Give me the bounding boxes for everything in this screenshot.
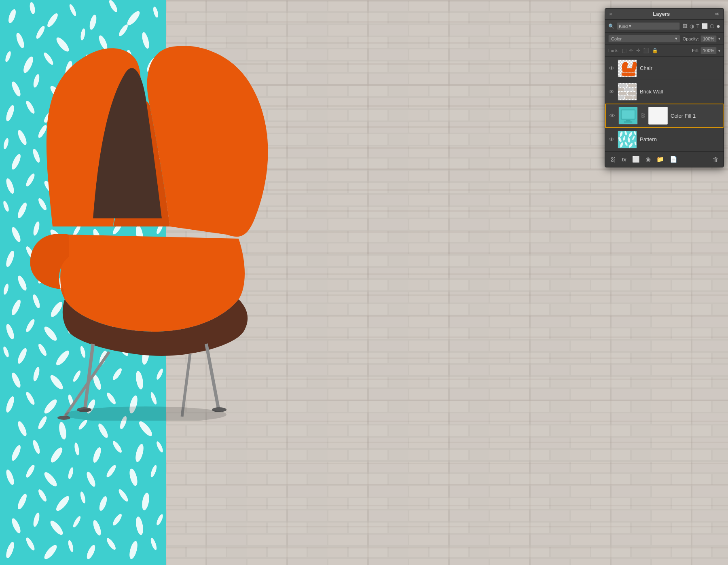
svg-point-168 bbox=[72, 515, 82, 529]
type-filter-icon[interactable]: T bbox=[696, 23, 699, 29]
chair-image bbox=[12, 24, 328, 421]
opacity-label: Opacity: bbox=[683, 36, 699, 41]
delete-layer-button[interactable]: 🗑 bbox=[712, 155, 720, 164]
svg-point-70 bbox=[2, 200, 10, 212]
svg-point-164 bbox=[141, 492, 150, 511]
link-layers-button[interactable]: ⛓ bbox=[609, 155, 617, 164]
smartobj-filter-icon[interactable]: ⬡ bbox=[710, 23, 714, 29]
svg-point-5 bbox=[108, 0, 119, 13]
fill-group: Fill: 100% ▾ bbox=[692, 47, 720, 54]
lock-brush-icon[interactable]: ✏ bbox=[629, 48, 633, 53]
svg-point-166 bbox=[32, 512, 41, 527]
svg-point-177 bbox=[85, 544, 97, 560]
svg-point-174 bbox=[25, 536, 36, 551]
svg-point-0 bbox=[7, 8, 17, 24]
svg-rect-211 bbox=[625, 88, 633, 91]
visibility-chair[interactable]: 👁 bbox=[608, 65, 615, 72]
kind-filter[interactable]: Kind ▾ bbox=[617, 22, 680, 30]
svg-point-180 bbox=[150, 537, 158, 550]
svg-point-145 bbox=[74, 442, 80, 455]
svg-point-157 bbox=[150, 464, 158, 478]
search-icon: 🔍 bbox=[608, 23, 614, 29]
layers-panel: × Layers ≪ 🔍 Kind ▾ 🖼 ◑ T ⬜ ⬡ ● Color bbox=[605, 8, 724, 167]
svg-point-159 bbox=[37, 488, 48, 502]
adjustment-button[interactable]: ◉ bbox=[645, 155, 652, 164]
visibility-colorfill[interactable]: 👁 bbox=[609, 112, 616, 119]
svg-rect-221 bbox=[626, 120, 630, 122]
svg-point-151 bbox=[25, 463, 36, 478]
svg-point-179 bbox=[128, 540, 139, 560]
svg-point-158 bbox=[16, 493, 28, 510]
svg-rect-223 bbox=[649, 107, 667, 124]
visibility-brick[interactable]: 👁 bbox=[608, 89, 615, 95]
svg-rect-216 bbox=[625, 95, 633, 99]
svg-point-150 bbox=[5, 469, 16, 486]
svg-rect-215 bbox=[618, 95, 624, 99]
filter-row: 🔍 Kind ▾ 🖼 ◑ T ⬜ ⬡ ● bbox=[605, 20, 724, 33]
svg-point-1 bbox=[29, 2, 36, 15]
svg-rect-220 bbox=[622, 110, 635, 119]
svg-point-137 bbox=[58, 421, 67, 440]
svg-point-154 bbox=[85, 471, 97, 488]
visibility-pattern[interactable]: 👁 bbox=[608, 136, 615, 143]
svg-point-149 bbox=[155, 440, 164, 453]
layers-bottom-toolbar: ⛓ fx ⬜ ◉ 📁 📄 🗑 bbox=[605, 151, 724, 167]
lock-all-icon[interactable]: 🔒 bbox=[652, 48, 658, 53]
svg-point-172 bbox=[155, 513, 164, 526]
pattern-thumbnail bbox=[618, 131, 637, 148]
svg-point-46 bbox=[3, 138, 10, 150]
opacity-arrow[interactable]: ▾ bbox=[718, 36, 720, 41]
svg-point-170 bbox=[111, 513, 123, 527]
dot-filter-icon[interactable]: ● bbox=[716, 23, 720, 30]
svg-rect-210 bbox=[618, 88, 624, 91]
svg-point-175 bbox=[42, 543, 59, 561]
svg-point-169 bbox=[92, 519, 103, 536]
svg-point-171 bbox=[135, 516, 144, 535]
shape-filter-icon[interactable]: ⬜ bbox=[701, 23, 708, 29]
svg-point-160 bbox=[54, 494, 71, 513]
add-mask-button[interactable]: ⬜ bbox=[631, 155, 641, 164]
svg-point-148 bbox=[134, 443, 145, 463]
collapse-icon[interactable]: ≪ bbox=[715, 11, 720, 17]
lock-artboard-icon[interactable]: ⬛ bbox=[643, 48, 649, 53]
svg-point-173 bbox=[4, 541, 16, 559]
layer-name-chair: Chair bbox=[640, 65, 720, 71]
svg-point-7 bbox=[152, 6, 159, 18]
svg-point-165 bbox=[10, 517, 22, 534]
layer-effects-button[interactable]: fx bbox=[621, 156, 627, 163]
svg-point-142 bbox=[10, 444, 22, 462]
adjust-filter-icon[interactable]: ◑ bbox=[690, 23, 694, 29]
layer-item-brick[interactable]: 👁 bbox=[605, 80, 724, 104]
fill-input[interactable]: 100% bbox=[700, 47, 717, 54]
layer-item-pattern[interactable]: 👁 bbox=[605, 128, 724, 151]
layers-title: Layers bbox=[608, 11, 715, 17]
link-chain-icon: ⛓ bbox=[641, 113, 645, 119]
layer-item-chair[interactable]: 👁 bbox=[605, 57, 724, 80]
svg-point-167 bbox=[49, 519, 65, 537]
image-filter-icon[interactable]: 🖼 bbox=[682, 23, 688, 29]
lock-pixels-icon[interactable]: ⬚ bbox=[622, 48, 626, 53]
svg-point-163 bbox=[117, 488, 129, 503]
chair-thumbnail bbox=[618, 59, 637, 77]
svg-point-156 bbox=[128, 468, 139, 487]
lock-move-icon[interactable]: ✛ bbox=[636, 48, 640, 53]
svg-point-176 bbox=[67, 540, 74, 552]
svg-rect-217 bbox=[633, 95, 637, 99]
fill-arrow[interactable]: ▾ bbox=[718, 49, 720, 53]
svg-line-194 bbox=[182, 354, 190, 417]
svg-point-146 bbox=[92, 446, 103, 463]
svg-point-118 bbox=[2, 346, 10, 358]
svg-point-161 bbox=[79, 491, 86, 504]
svg-point-141 bbox=[137, 419, 154, 438]
svg-point-162 bbox=[98, 495, 108, 512]
fill-label: Fill: bbox=[692, 48, 699, 53]
canvas: × Layers ≪ 🔍 Kind ▾ 🖼 ◑ T ⬜ ⬡ ● Color bbox=[0, 0, 728, 565]
group-layers-button[interactable]: 📁 bbox=[656, 155, 665, 164]
blend-mode-select[interactable]: Color ▾ bbox=[608, 35, 680, 42]
filter-icons: 🖼 ◑ T ⬜ ⬡ ● bbox=[682, 23, 720, 30]
new-layer-button[interactable]: 📄 bbox=[669, 155, 678, 164]
svg-point-152 bbox=[42, 470, 59, 488]
colorfill-mask-thumbnail bbox=[648, 107, 668, 125]
layer-item-colorfill[interactable]: 👁 ⛓ bbox=[605, 104, 724, 128]
opacity-input[interactable]: 100% bbox=[700, 35, 717, 42]
